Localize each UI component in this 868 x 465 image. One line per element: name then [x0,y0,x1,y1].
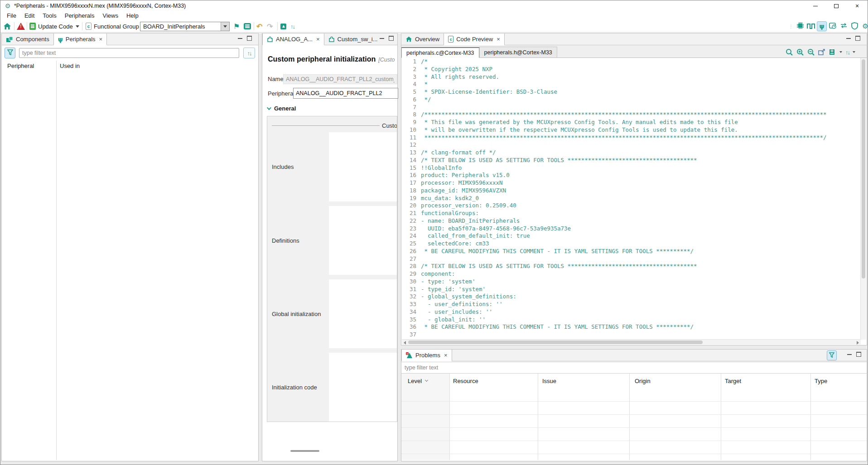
scroll-left-arrow[interactable] [404,341,406,345]
combobox-arrow-button[interactable] [221,22,229,31]
problems-filter-input[interactable] [401,362,867,374]
menu-item-edit[interactable]: Edit [20,11,39,20]
column-header-level[interactable]: Level [408,378,428,384]
redo-button[interactable]: ↷ [267,20,273,32]
settings-tool-button[interactable]: ⚙ [860,21,868,31]
chevron-down-icon[interactable] [853,51,855,53]
definitions-textarea[interactable] [329,206,397,275]
general-section-toggle[interactable]: General [267,105,296,112]
pins-tool-button[interactable] [806,21,816,31]
custom-separator-label: Custom... [382,122,397,129]
security-tool-button[interactable] [849,21,859,31]
horizontal-scrollbar-thumb[interactable] [408,340,703,344]
maximize-panel-icon[interactable] [856,352,861,357]
close-icon[interactable]: × [444,352,448,359]
error-indicator-button[interactable]: ! [17,20,25,32]
global-initialization-textarea[interactable] [329,279,397,348]
peripheral-filter-input[interactable] [19,48,239,58]
search-button[interactable] [786,48,793,56]
file-tab-peripherals-c[interactable]: peripherals.c@Cortex-M33 [401,47,479,58]
home-button[interactable] [3,20,11,32]
open-external-button[interactable] [818,48,826,56]
code-editor[interactable]: 1/*2 * Copyright 2025 NXP3 * All rights … [402,58,861,340]
horizontal-scrollbar-thumb[interactable] [290,450,319,452]
swap-tool-button[interactable] [839,21,849,31]
chevron-down-icon[interactable] [76,25,79,28]
menu-item-peripherals[interactable]: Peripherals [61,11,99,20]
line-number: 5 [402,88,421,96]
tab-peripherals[interactable]: ψ Peripherals × [53,34,107,45]
initialization-code-textarea[interactable] [329,353,397,422]
vertical-scrollbar[interactable] [860,58,866,340]
horizontal-scrollbar[interactable] [402,339,861,345]
maximize-panel-icon[interactable] [389,36,394,41]
app-icon: ⚙ [4,2,11,10]
log-button[interactable] [244,20,251,32]
update-code-button[interactable]: Update Code [29,20,79,32]
problems-row[interactable] [401,441,867,454]
tab-components[interactable]: Components [2,34,53,45]
menu-item-help[interactable]: Help [122,11,143,20]
chevron-down-icon[interactable] [839,51,842,53]
minimize-panel-icon[interactable] [846,38,851,39]
scroll-right-arrow[interactable] [857,341,859,345]
code-line: 17processor: MIMX9596xxxxN [402,179,861,187]
title-bar: ⚙ *Peripherals - MIMX9596xxxxN.mex (MIMX… [0,0,868,11]
filter-toggle-button[interactable] [5,48,15,58]
column-header-used-in[interactable]: Used in [60,62,80,69]
close-button[interactable]: × [847,0,868,11]
problems-filter-button[interactable] [827,350,837,360]
clocks-tool-button[interactable] [828,21,838,31]
problems-row[interactable] [401,428,867,441]
problems-row[interactable] [401,388,867,402]
file-tab-peripherals-h[interactable]: peripherals.h@Cortex-M33 [479,47,557,58]
zoom-out-button[interactable] [807,48,815,56]
vertical-scrollbar-thumb[interactable] [862,59,865,278]
peripherals-icon: ψ [819,23,824,30]
import-button[interactable] [280,20,286,32]
tab-analog-audio-pll[interactable]: ANALOG_A... × [262,34,324,45]
flag-button[interactable]: ⚑ [233,20,240,32]
tab-custom-sw[interactable]: Custom_sw_i... [324,34,382,45]
column-header-resource[interactable]: Resource [453,378,478,384]
minimize-button[interactable] [805,0,826,11]
peripheral-combobox[interactable] [293,88,398,99]
minimize-panel-icon[interactable] [238,38,242,39]
diff-options-button[interactable] [829,48,836,56]
column-header-origin[interactable]: Origin [635,378,651,384]
peripherals-tool-button[interactable]: ψ [817,21,827,31]
undo-button[interactable]: ↶ [256,20,262,32]
close-icon[interactable]: × [316,36,320,43]
tab-code-preview[interactable]: c Code Preview × [444,34,505,45]
close-icon[interactable]: × [99,36,103,43]
minimize-panel-icon[interactable] [847,354,852,355]
maximize-button[interactable] [826,0,847,11]
menu-item-views[interactable]: Views [98,11,122,20]
column-divider[interactable] [56,61,57,460]
mcu-tool-button[interactable] [795,21,805,31]
column-header-peripheral[interactable]: Peripheral [7,62,34,69]
functional-group-combobox[interactable]: BOARD_InitPeripherals [140,22,230,31]
tab-problems[interactable]: x Problems × [401,350,452,361]
sort-toolbar-button[interactable]: ↑↓ [290,20,294,32]
includes-textarea[interactable] [329,132,397,201]
code-sort-button[interactable]: ↑↓ [845,49,849,56]
maximize-panel-icon[interactable] [855,36,860,41]
minimize-panel-icon[interactable] [380,38,384,39]
problems-row[interactable] [401,415,867,428]
close-icon[interactable]: × [497,36,500,43]
toolbar-drag-handle[interactable]: ⋮ [789,20,794,32]
code-text: selectedCore: cm33 [421,240,489,248]
column-header-issue[interactable]: Issue [542,378,556,384]
problems-row[interactable] [401,402,867,415]
menu-item-file[interactable]: File [3,11,20,20]
sort-button[interactable]: ↑↓ [243,48,255,58]
zoom-in-button[interactable] [796,48,804,56]
column-header-target[interactable]: Target [725,378,741,384]
maximize-panel-icon[interactable] [247,36,252,41]
code-line: 36 * BE CAREFUL MODIFYING THIS COMMENT -… [402,323,861,331]
tab-overview[interactable]: Overview [401,34,444,45]
page-title-text: Custom peripheral initialization [268,55,376,63]
column-header-type[interactable]: Type [815,378,827,384]
menu-item-tools[interactable]: Tools [39,11,60,20]
